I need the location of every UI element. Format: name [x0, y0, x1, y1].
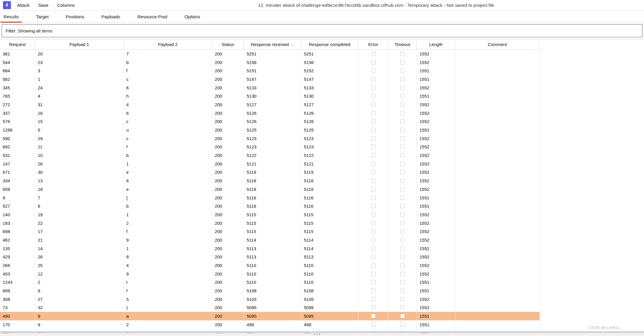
- error-checkbox[interactable]: [371, 153, 376, 158]
- column-header-payload1[interactable]: Payload 1: [35, 40, 124, 50]
- error-checkbox[interactable]: [371, 77, 376, 81]
- timeout-checkbox[interactable]: [400, 153, 405, 158]
- table-row[interactable]: 147261200512151211552: [0, 160, 540, 168]
- timeout-checkbox[interactable]: [400, 212, 405, 217]
- timeout-checkbox[interactable]: [400, 238, 405, 242]
- table-row[interactable]: 135141200511351141552: [0, 244, 540, 253]
- table-row[interactable]: 308275200510351051552: [0, 295, 540, 304]
- table-row[interactable]: 337166200512651261552: [0, 109, 540, 117]
- column-header-response-completed[interactable]: Response completed: [301, 40, 358, 50]
- table-row[interactable]: 59029c200512351231552: [0, 134, 540, 143]
- timeout-checkbox[interactable]: [400, 255, 405, 259]
- table-row[interactable]: 381207200525152511552: [0, 50, 540, 58]
- column-header-payload2[interactable]: Payload 2: [124, 40, 212, 50]
- timeout-checkbox[interactable]: [400, 221, 405, 225]
- timeout-checkbox[interactable]: [400, 204, 405, 208]
- tab-resource-pool[interactable]: Resource Pool: [134, 11, 170, 23]
- timeout-checkbox[interactable]: [400, 246, 405, 251]
- error-checkbox[interactable]: [371, 280, 376, 284]
- error-checkbox[interactable]: [371, 52, 376, 56]
- column-header-status[interactable]: Status: [212, 40, 244, 50]
- timeout-checkbox[interactable]: [400, 263, 405, 268]
- table-row[interactable]: 140191200511551151552: [0, 210, 540, 219]
- table-row[interactable]: 7654h200513051301551: [0, 92, 540, 100]
- timeout-checkbox[interactable]: [400, 162, 405, 166]
- error-checkbox[interactable]: [371, 212, 376, 217]
- timeout-checkbox[interactable]: [400, 187, 405, 191]
- error-checkbox[interactable]: [371, 297, 376, 301]
- error-checkbox[interactable]: [371, 170, 376, 174]
- timeout-checkbox[interactable]: [400, 305, 405, 310]
- tab-target[interactable]: Target: [33, 11, 52, 23]
- table-row[interactable]: 334136200511851181552: [0, 176, 540, 185]
- menu-columns[interactable]: Columns: [57, 3, 75, 8]
- table-row[interactable]: 12865u200512551251551: [0, 126, 540, 134]
- column-header-request[interactable]: Request: [0, 40, 35, 50]
- tab-options[interactable]: Options: [181, 11, 203, 23]
- table-row[interactable]: 183222200511551151552: [0, 219, 540, 227]
- timeout-checkbox[interactable]: [400, 314, 405, 318]
- error-checkbox[interactable]: [371, 238, 376, 242]
- timeout-checkbox[interactable]: [400, 94, 405, 98]
- tab-payloads[interactable]: Payloads: [99, 11, 123, 23]
- timeout-checkbox[interactable]: [400, 289, 405, 293]
- column-header-timeout[interactable]: Timeout: [388, 40, 417, 50]
- table-row[interactable]: 67130e200511951191552: [0, 168, 540, 177]
- table-row[interactable]: 69211f200512351231552: [0, 143, 540, 151]
- error-checkbox[interactable]: [371, 187, 376, 191]
- error-checkbox[interactable]: [371, 322, 376, 327]
- table-row[interactable]: 57615c200512651261552: [0, 117, 540, 126]
- column-header-error[interactable]: Error: [358, 40, 388, 50]
- table-row[interactable]: 453129200511051101552: [0, 270, 540, 278]
- timeout-checkbox[interactable]: [400, 178, 405, 183]
- column-header-comment[interactable]: Comment: [455, 40, 540, 50]
- error-checkbox[interactable]: [371, 178, 376, 183]
- error-checkbox[interactable]: [371, 86, 376, 90]
- timeout-checkbox[interactable]: [400, 86, 405, 90]
- table-row[interactable]: 65918e200511851181552: [0, 185, 540, 194]
- timeout-checkbox[interactable]: [400, 170, 405, 174]
- menu-save[interactable]: Save: [38, 3, 48, 8]
- error-checkbox[interactable]: [371, 111, 376, 115]
- error-checkbox[interactable]: [371, 204, 376, 208]
- table-row[interactable]: 6843f200515151521551: [0, 66, 540, 75]
- timeout-checkbox[interactable]: [400, 52, 405, 56]
- error-checkbox[interactable]: [371, 196, 376, 200]
- table-row[interactable]: 429288200511351131552: [0, 253, 540, 261]
- panel-splitter[interactable]: [0, 331, 644, 333]
- timeout-checkbox[interactable]: [400, 102, 405, 107]
- error-checkbox[interactable]: [371, 128, 376, 132]
- timeout-checkbox[interactable]: [400, 77, 405, 81]
- table-row[interactable]: 87{200511651161551: [0, 194, 540, 202]
- timeout-checkbox[interactable]: [400, 119, 405, 124]
- splitter-handle-dots-icon[interactable]: [314, 334, 320, 335]
- table-row[interactable]: 5621c200514751471551: [0, 75, 540, 83]
- error-checkbox[interactable]: [371, 263, 376, 268]
- timeout-checkbox[interactable]: [400, 145, 405, 149]
- tab-results[interactable]: Results: [1, 11, 22, 23]
- table-row[interactable]: 170922004984981551: [0, 320, 540, 329]
- error-checkbox[interactable]: [371, 221, 376, 225]
- table-row[interactable]: 7332}200509550951552: [0, 304, 540, 312]
- column-header-response-received[interactable]: Response received ⌄: [244, 40, 301, 50]
- table-row[interactable]: 266254200511051101552: [0, 261, 540, 270]
- timeout-checkbox[interactable]: [400, 280, 405, 284]
- error-checkbox[interactable]: [371, 145, 376, 149]
- table-row[interactable]: 69817f200511551151552: [0, 227, 540, 236]
- error-checkbox[interactable]: [371, 94, 376, 98]
- error-checkbox[interactable]: [371, 68, 376, 73]
- timeout-checkbox[interactable]: [400, 196, 405, 200]
- error-checkbox[interactable]: [371, 289, 376, 293]
- timeout-checkbox[interactable]: [400, 229, 405, 234]
- error-checkbox[interactable]: [371, 162, 376, 166]
- timeout-checkbox[interactable]: [400, 111, 405, 115]
- timeout-checkbox[interactable]: [400, 322, 405, 327]
- error-checkbox[interactable]: [371, 255, 376, 259]
- column-header-length[interactable]: Length: [417, 40, 455, 50]
- table-row[interactable]: 6898f200510851081551: [0, 286, 540, 295]
- error-checkbox[interactable]: [371, 60, 376, 65]
- timeout-checkbox[interactable]: [400, 272, 405, 276]
- timeout-checkbox[interactable]: [400, 60, 405, 65]
- timeout-checkbox[interactable]: [400, 136, 405, 141]
- error-checkbox[interactable]: [371, 305, 376, 310]
